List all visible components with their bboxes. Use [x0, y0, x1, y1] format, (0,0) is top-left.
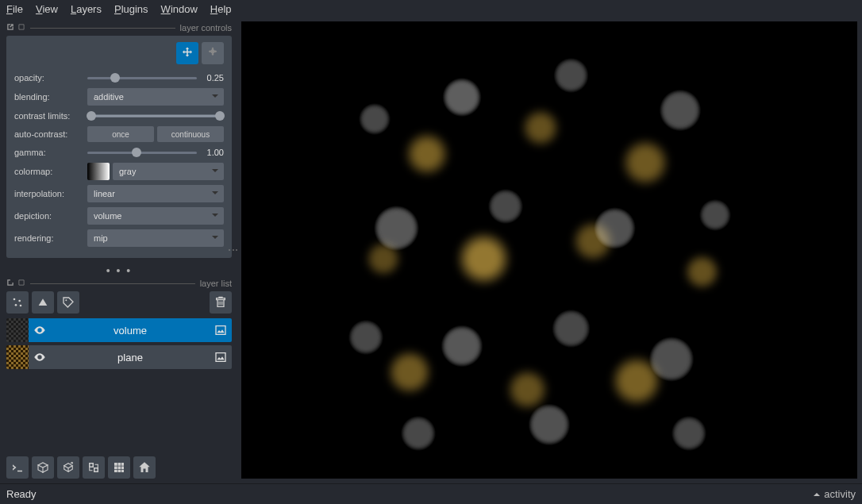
depiction-label: depiction: — [14, 211, 87, 221]
sidebar: layer controls opacity: 0.25 blending: — [0, 18, 238, 483]
menu-bar: File View Layers Plugins Window Help — [0, 0, 862, 18]
activity-toggle[interactable]: activity — [813, 488, 856, 500]
layer-name: volume — [51, 325, 210, 337]
viewer-buttons — [6, 456, 156, 479]
status-bar: Ready activity — [0, 483, 862, 504]
visibility-toggle-icon[interactable] — [29, 324, 51, 337]
blending-select[interactable]: additive — [87, 88, 224, 106]
colormap-select[interactable]: gray — [113, 163, 224, 180]
layer-name: plane — [51, 352, 210, 364]
canvas[interactable] — [241, 21, 857, 479]
layer-toolbar — [6, 291, 232, 314]
menu-help[interactable]: Help — [210, 3, 232, 15]
colormap-label: colormap: — [14, 167, 87, 176]
transpose-button[interactable] — [83, 456, 105, 479]
layer-list-title: layer list — [200, 279, 232, 288]
menu-layers[interactable]: Layers — [71, 3, 102, 15]
layer-item-plane[interactable]: plane — [6, 345, 232, 369]
more-controls-ellipsis[interactable]: • • • — [6, 263, 232, 279]
opacity-slider[interactable] — [87, 72, 197, 83]
delete-layer-button[interactable] — [210, 291, 232, 314]
collapse-icon[interactable] — [17, 279, 25, 288]
auto-contrast-once-button[interactable]: once — [87, 126, 154, 142]
contrast-limits-slider[interactable] — [87, 110, 224, 121]
auto-contrast-continuous-button[interactable]: continuous — [157, 126, 224, 142]
new-shapes-layer-button[interactable] — [32, 291, 54, 314]
gamma-slider[interactable] — [87, 147, 197, 158]
svg-point-2 — [15, 304, 17, 306]
popout-icon[interactable] — [6, 279, 14, 288]
opacity-label: opacity: — [14, 73, 87, 83]
sidebar-resize-handle[interactable]: ⋮ — [228, 245, 239, 256]
layer-controls-panel: opacity: 0.25 blending: additive contras… — [6, 36, 232, 258]
chevron-down-icon — [211, 233, 219, 243]
rendering-select[interactable]: mip — [87, 229, 224, 247]
svg-point-0 — [13, 298, 16, 301]
new-points-layer-button[interactable] — [6, 291, 29, 314]
layer-controls-header: layer controls — [6, 23, 232, 33]
colormap-swatch[interactable] — [87, 163, 110, 180]
layer-thumbnail — [6, 318, 29, 342]
opacity-value: 0.25 — [197, 73, 224, 83]
image-layer-icon — [210, 351, 232, 364]
depiction-select[interactable]: volume — [87, 207, 224, 225]
layer-list-header: layer list — [6, 279, 232, 288]
chevron-down-icon — [211, 167, 219, 176]
menu-file[interactable]: File — [6, 3, 23, 15]
pan-zoom-mode-button[interactable] — [176, 42, 198, 64]
svg-point-1 — [18, 300, 21, 302]
transform-mode-button[interactable] — [202, 42, 224, 64]
interpolation-label: interpolation: — [14, 189, 87, 198]
home-button[interactable] — [133, 456, 156, 479]
gamma-value: 1.00 — [197, 148, 224, 157]
layer-controls-title: layer controls — [180, 23, 232, 33]
menu-view[interactable]: View — [36, 3, 58, 15]
image-layer-icon — [210, 324, 232, 337]
svg-point-4 — [65, 299, 67, 301]
status-text: Ready — [6, 488, 37, 500]
blending-label: blending: — [14, 92, 87, 102]
auto-contrast-label: auto-contrast: — [14, 129, 87, 139]
layer-thumbnail — [6, 345, 29, 369]
svg-point-3 — [20, 305, 22, 307]
menu-window[interactable]: Window — [161, 3, 198, 15]
ndisplay-button[interactable] — [32, 456, 54, 479]
popout-icon[interactable] — [6, 23, 14, 33]
gamma-label: gamma: — [14, 148, 87, 157]
volume-render — [331, 32, 768, 468]
grid-button[interactable] — [108, 456, 130, 479]
rendering-label: rendering: — [14, 233, 87, 243]
interpolation-select[interactable]: linear — [87, 185, 224, 202]
collapse-icon[interactable] — [17, 23, 25, 33]
layer-item-volume[interactable]: volume — [6, 318, 232, 342]
visibility-toggle-icon[interactable] — [29, 351, 51, 364]
chevron-down-icon — [211, 92, 219, 102]
chevron-down-icon — [211, 189, 219, 198]
new-labels-layer-button[interactable] — [57, 291, 79, 314]
console-button[interactable] — [6, 456, 29, 479]
caret-up-icon — [813, 491, 821, 498]
contrast-limits-label: contrast limits: — [14, 111, 87, 121]
roll-dims-button[interactable] — [57, 456, 79, 479]
menu-plugins[interactable]: Plugins — [114, 3, 148, 15]
chevron-down-icon — [211, 211, 219, 221]
